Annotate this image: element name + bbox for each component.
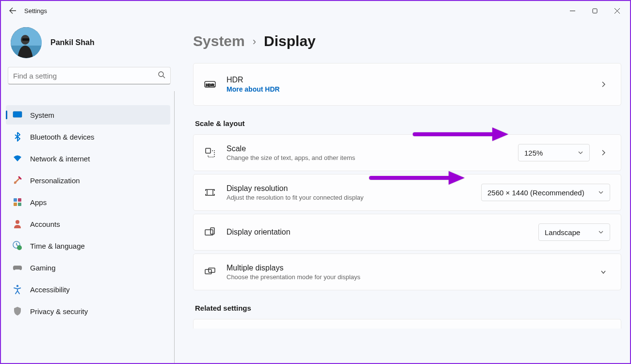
related-card-placeholder[interactable] <box>193 319 621 329</box>
section-scale-layout: Scale & layout <box>195 119 621 127</box>
svg-rect-0 <box>593 9 597 13</box>
svg-rect-11 <box>14 203 17 206</box>
scale-value: 125% <box>524 149 543 157</box>
bluetooth-icon <box>13 132 22 142</box>
chevron-right-icon: › <box>253 35 256 48</box>
paintbrush-icon <box>13 175 22 185</box>
accessibility-icon <box>13 285 22 294</box>
hdr-card[interactable]: HDR HDR More about HDR <box>193 63 621 106</box>
sidebar-item-label: Network & internet <box>30 155 90 163</box>
resolution-title: Display resolution <box>227 184 481 193</box>
chevron-right-icon <box>597 81 610 88</box>
avatar <box>11 27 42 58</box>
gamepad-icon <box>13 263 22 272</box>
back-button[interactable] <box>3 1 22 20</box>
orientation-card[interactable]: Display orientation Landscape <box>193 214 621 251</box>
resolution-icon <box>204 187 216 198</box>
person-icon <box>13 219 22 229</box>
multiple-displays-card[interactable]: Multiple displays Choose the presentatio… <box>193 253 621 290</box>
scale-icon <box>204 147 216 158</box>
svg-rect-9 <box>14 198 17 202</box>
svg-point-15 <box>17 245 22 250</box>
sidebar-item-label: Personalization <box>30 176 80 185</box>
resolution-sub: Adjust the resolution to fit your connec… <box>227 194 481 201</box>
sidebar-item-accounts[interactable]: Accounts <box>6 214 170 234</box>
scale-card[interactable]: Scale Change the size of text, apps, and… <box>193 134 621 171</box>
nav-overflow-top <box>4 91 174 103</box>
breadcrumb-parent[interactable]: System <box>193 33 245 49</box>
hdr-title: HDR <box>227 76 597 84</box>
orientation-select[interactable]: Landscape <box>538 223 610 241</box>
multiple-title: Multiple displays <box>227 264 597 272</box>
svg-rect-12 <box>18 203 21 206</box>
maximize-button[interactable] <box>583 1 606 20</box>
sidebar-item-apps[interactable]: Apps <box>6 192 170 212</box>
multiple-displays-icon <box>204 266 216 278</box>
sidebar-item-time-language[interactable]: Time & language <box>6 236 170 255</box>
svg-text:HDR: HDR <box>206 83 214 87</box>
svg-rect-5 <box>22 38 29 41</box>
orientation-value: Landscape <box>545 228 580 237</box>
resolution-select[interactable]: 2560 × 1440 (Recommended) <box>481 184 610 201</box>
search-icon <box>158 71 165 80</box>
svg-point-13 <box>16 220 19 224</box>
sidebar-item-label: Bluetooth & devices <box>30 133 95 141</box>
resolution-value: 2560 × 1440 (Recommended) <box>487 189 584 197</box>
svg-point-16 <box>16 285 18 287</box>
system-icon <box>13 110 22 120</box>
sidebar: Pankil Shah System Bluetooth & devices <box>1 20 175 363</box>
shield-icon <box>13 306 22 316</box>
sidebar-item-label: Privacy & security <box>30 307 88 316</box>
chevron-right-icon[interactable] <box>597 149 610 156</box>
svg-rect-10 <box>18 198 21 202</box>
chevron-down-icon <box>578 150 583 156</box>
svg-rect-19 <box>206 148 210 153</box>
sidebar-item-label: System <box>30 111 54 119</box>
sidebar-item-gaming[interactable]: Gaming <box>6 258 170 277</box>
svg-rect-22 <box>210 228 214 234</box>
nav-list[interactable]: System Bluetooth & devices Network & int… <box>4 91 175 363</box>
sidebar-item-label: Accessibility <box>30 285 70 294</box>
hdr-icon: HDR <box>204 79 216 90</box>
title-bar: Settings <box>1 1 630 20</box>
window-controls <box>561 1 628 20</box>
sidebar-item-label: Time & language <box>30 242 85 250</box>
sidebar-item-network[interactable]: Network & internet <box>6 149 170 168</box>
chevron-down-icon <box>598 190 604 195</box>
window-title: Settings <box>24 7 47 15</box>
section-related: Related settings <box>195 304 621 312</box>
scale-select[interactable]: 125% <box>518 144 590 161</box>
multiple-sub: Choose the presentation mode for your di… <box>227 273 597 281</box>
apps-icon <box>13 197 22 207</box>
search-input[interactable] <box>13 72 158 80</box>
scale-title: Scale <box>227 144 518 153</box>
sidebar-item-privacy[interactable]: Privacy & security <box>6 301 170 321</box>
sidebar-item-label: Accounts <box>30 220 60 228</box>
close-button[interactable] <box>606 1 628 20</box>
hdr-link[interactable]: More about HDR <box>227 85 597 93</box>
wifi-icon <box>13 154 22 163</box>
clock-globe-icon <box>13 241 22 251</box>
orientation-icon <box>204 226 216 238</box>
chevron-down-icon[interactable] <box>597 269 610 275</box>
sidebar-item-personalization[interactable]: Personalization <box>6 171 170 190</box>
profile-section[interactable]: Pankil Shah <box>4 20 175 67</box>
sidebar-item-system[interactable]: System <box>6 105 170 125</box>
search-box[interactable] <box>8 67 171 84</box>
svg-rect-7 <box>13 111 22 117</box>
sidebar-item-bluetooth[interactable]: Bluetooth & devices <box>6 127 170 146</box>
scale-sub: Change the size of text, apps, and other… <box>227 154 518 161</box>
main-content: System › Display HDR HDR More about HDR … <box>175 20 630 363</box>
resolution-card[interactable]: Display resolution Adjust the resolution… <box>193 174 621 211</box>
sidebar-item-accessibility[interactable]: Accessibility <box>6 280 170 299</box>
breadcrumb: System › Display <box>193 33 621 49</box>
sidebar-item-label: Gaming <box>30 264 56 272</box>
svg-rect-20 <box>207 190 213 195</box>
page-title: Display <box>264 33 316 49</box>
chevron-down-icon <box>598 229 604 235</box>
svg-point-6 <box>159 72 163 77</box>
orientation-title: Display orientation <box>227 228 538 237</box>
profile-name: Pankil Shah <box>50 38 95 47</box>
minimize-button[interactable] <box>561 1 583 20</box>
sidebar-item-label: Apps <box>30 198 47 206</box>
